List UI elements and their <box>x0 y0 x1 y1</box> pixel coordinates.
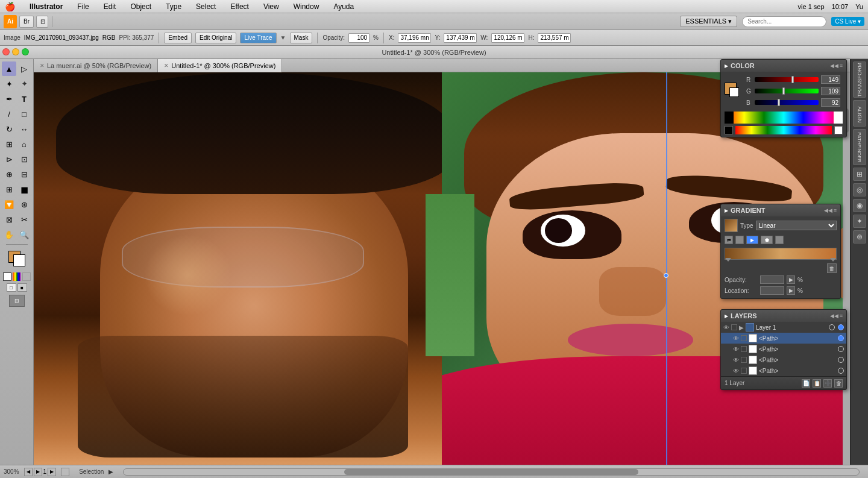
layer1-eye[interactable]: 👁 <box>723 324 729 331</box>
cs-live-btn[interactable]: CS Live ▾ <box>831 17 864 26</box>
layer-row-path4[interactable]: 👁 <Path> <box>721 365 846 376</box>
live-trace-tool[interactable]: ⊠ <box>2 212 16 227</box>
gradient-type-select[interactable]: Linear Radial <box>756 221 837 230</box>
zoom-tool[interactable]: 🔍 <box>17 227 31 242</box>
essentials-btn[interactable]: ESSENTIALS ▾ <box>680 16 737 27</box>
workspace-btn[interactable]: ⊡ <box>36 16 48 28</box>
layers-add-sublayer-btn[interactable]: 📄 <box>802 379 810 388</box>
path2-eye[interactable]: 👁 <box>733 346 739 353</box>
path4-eye[interactable]: 👁 <box>733 368 739 374</box>
path1-eye[interactable]: 👁 <box>733 335 739 342</box>
live-trace-btn[interactable]: Live Trace <box>240 33 276 43</box>
color-panel-collapse[interactable]: ◀◀ <box>830 63 838 69</box>
b-input[interactable] <box>821 98 840 107</box>
h-scroll-track[interactable] <box>123 468 860 476</box>
layers-panel-menu[interactable]: ≡ <box>840 313 843 319</box>
gradient-panel-expand[interactable]: ◀◀ <box>824 207 832 213</box>
gradient-stroke-btn[interactable]: ⬟ <box>761 236 773 244</box>
menu-ayuda[interactable]: Ayuda <box>331 2 356 11</box>
column-graph-tool[interactable]: ⊟ <box>17 167 31 181</box>
bridge-btn[interactable]: Br <box>19 16 34 28</box>
x-input[interactable] <box>398 33 431 43</box>
direct-selection-tool[interactable]: ▷ <box>17 61 31 76</box>
gradient-options-btn[interactable] <box>775 236 784 244</box>
tab-close-2[interactable]: ✕ <box>164 63 169 69</box>
w-input[interactable] <box>491 33 524 43</box>
side-icon-5[interactable]: ⊛ <box>853 230 866 244</box>
mask-btn[interactable]: Mask <box>290 33 313 43</box>
g-input[interactable] <box>821 87 840 95</box>
artboard-options-btn[interactable] <box>61 468 69 476</box>
gradient-bar[interactable] <box>725 248 837 260</box>
pen-tool[interactable]: ✒ <box>2 92 16 106</box>
layers-delete-btn[interactable]: 🗑 <box>834 379 843 388</box>
opacity-input[interactable] <box>348 33 370 43</box>
warp-tool[interactable]: ⌂ <box>17 137 31 151</box>
menu-illustrator[interactable]: Illustrator <box>27 2 65 11</box>
color-panel-menu[interactable]: ≡ <box>840 63 843 69</box>
menu-type[interactable]: Type <box>163 2 184 11</box>
menu-effect[interactable]: Effect <box>228 2 251 11</box>
black-swatch[interactable] <box>725 126 733 134</box>
layer1-target[interactable] <box>829 324 835 330</box>
r-slider[interactable] <box>755 77 819 82</box>
eyedropper-tool[interactable]: 🔽 <box>2 197 16 212</box>
outline-view-btn[interactable]: □ <box>7 283 16 292</box>
gradient-angle-btn[interactable] <box>735 236 744 244</box>
gradient-opacity-arrow[interactable]: ▶ <box>787 275 795 284</box>
gradient-preview-swatch[interactable] <box>725 219 738 232</box>
layer-row-layer1[interactable]: 👁 ▶ Layer 1 <box>721 322 846 333</box>
side-icon-1[interactable]: ⊞ <box>853 168 866 181</box>
y-input[interactable] <box>444 33 477 43</box>
scissors-tool[interactable]: ✂ <box>17 212 31 227</box>
gradient-swatch[interactable] <box>13 272 21 281</box>
gradient-opacity-input[interactable] <box>760 275 784 284</box>
layer-row-path1[interactable]: 👁 <Path> <box>721 333 846 344</box>
menu-object[interactable]: Object <box>128 2 154 11</box>
layers-move-btn[interactable]: 📋 <box>813 379 821 388</box>
gradient-location-arrow[interactable]: ▶ <box>787 286 795 295</box>
gradient-reverse-btn[interactable]: ⇄ <box>725 236 733 244</box>
tab-untitled[interactable]: ✕ Untitled-1* @ 300% (RGB/Preview) <box>158 59 282 72</box>
menu-window[interactable]: Window <box>291 2 322 11</box>
edit-original-btn[interactable]: Edit Original <box>195 33 236 43</box>
gradient-panel-menu[interactable]: ≡ <box>834 207 837 213</box>
pathfinder-panel-btn[interactable]: PATHFINDER <box>853 129 866 165</box>
color-spectrum[interactable] <box>725 112 843 124</box>
selection-tool[interactable]: ▲ <box>2 61 16 76</box>
layer1-expand[interactable]: ▶ <box>739 324 744 331</box>
transform-panel-btn[interactable]: TRANSFORM <box>853 61 866 98</box>
stroke-color-swatch[interactable] <box>729 87 739 97</box>
free-transform-tool[interactable]: ⊡ <box>17 152 31 166</box>
pattern-swatch[interactable] <box>22 272 31 281</box>
line-tool[interactable]: / <box>2 107 16 121</box>
embed-btn[interactable]: Embed <box>164 33 192 43</box>
b-slider[interactable] <box>755 100 819 105</box>
white-swatch[interactable] <box>834 126 843 134</box>
side-icon-3[interactable]: ◉ <box>853 199 866 212</box>
g-slider[interactable] <box>755 89 819 93</box>
side-icon-4[interactable]: ✦ <box>853 215 866 228</box>
preview-view-btn[interactable]: ■ <box>17 283 27 292</box>
hand-tool[interactable]: ✋ <box>2 227 16 242</box>
stroke-swatch[interactable] <box>13 254 25 266</box>
none-swatch[interactable] <box>3 272 11 281</box>
r-input[interactable] <box>821 75 840 84</box>
tab-close-1[interactable]: ✕ <box>40 63 45 69</box>
path3-eye[interactable]: 👁 <box>733 357 739 363</box>
menu-select[interactable]: Select <box>193 2 218 11</box>
scale-tool[interactable]: ⊞ <box>2 137 16 151</box>
h-input[interactable] <box>538 33 571 43</box>
min-btn[interactable] <box>12 48 19 55</box>
mesh-tool[interactable]: ⊞ <box>2 182 16 197</box>
apple-menu[interactable]: 🍎 <box>5 2 15 11</box>
type-tool[interactable]: T <box>17 92 31 106</box>
search-input[interactable] <box>742 16 826 27</box>
gradient-location-input[interactable] <box>760 286 784 295</box>
gradient-delete-btn[interactable]: 🗑 <box>827 263 837 273</box>
layer-row-path2[interactable]: 👁 <Path> <box>721 344 846 354</box>
blend-tool[interactable]: ⊛ <box>17 197 31 212</box>
gradient-fill-btn[interactable]: ▶ <box>746 236 758 244</box>
close-btn[interactable] <box>2 48 10 55</box>
rect-tool[interactable]: □ <box>17 107 31 121</box>
